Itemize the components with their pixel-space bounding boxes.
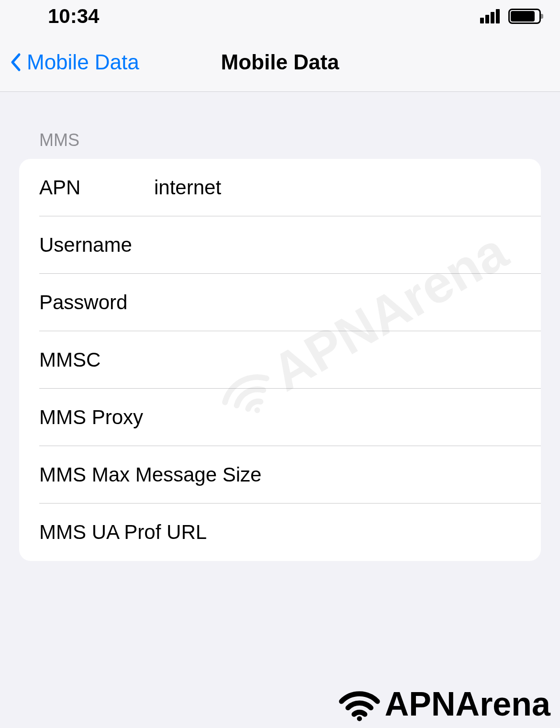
mms-ua-prof-input[interactable] <box>207 521 541 544</box>
username-input[interactable] <box>154 234 541 257</box>
status-bar: 10:34 <box>0 0 560 33</box>
wifi-icon <box>338 687 381 721</box>
settings-group-mms: APN Username Password MMSC MMS Proxy MMS… <box>19 159 541 561</box>
content-area: MMS APN Username Password MMSC MMS Proxy… <box>0 92 560 561</box>
settings-row-mms-max-size[interactable]: MMS Max Message Size <box>19 446 541 504</box>
back-button[interactable]: Mobile Data <box>0 50 139 74</box>
footer-text: APNArena <box>385 685 550 723</box>
row-label: Password <box>39 291 154 314</box>
section-header-mms: MMS <box>19 92 541 159</box>
row-label: Username <box>39 234 154 257</box>
settings-row-password[interactable]: Password <box>19 274 541 331</box>
status-indicators <box>480 9 541 24</box>
row-label: MMS Proxy <box>39 406 154 429</box>
settings-row-mms-proxy[interactable]: MMS Proxy <box>19 389 541 446</box>
chevron-left-icon <box>10 53 21 72</box>
footer-logo: APNArena <box>338 685 550 723</box>
password-input[interactable] <box>154 291 541 314</box>
back-label: Mobile Data <box>27 50 139 74</box>
mms-proxy-input[interactable] <box>154 406 541 429</box>
mms-max-size-input[interactable] <box>261 463 541 486</box>
cellular-signal-icon <box>480 9 500 23</box>
settings-row-mms-ua-prof[interactable]: MMS UA Prof URL <box>19 504 541 561</box>
battery-icon <box>508 9 541 24</box>
row-label: MMS Max Message Size <box>39 463 261 486</box>
page-title: Mobile Data <box>221 50 339 74</box>
mmsc-input[interactable] <box>154 348 541 371</box>
settings-row-mmsc[interactable]: MMSC <box>19 331 541 389</box>
svg-point-1 <box>357 716 362 721</box>
status-time: 10:34 <box>48 5 99 28</box>
apn-input[interactable] <box>154 176 541 199</box>
row-label: APN <box>39 176 154 199</box>
settings-row-apn[interactable]: APN <box>19 159 541 216</box>
navigation-bar: Mobile Data Mobile Data <box>0 33 560 92</box>
settings-row-username[interactable]: Username <box>19 216 541 274</box>
row-label: MMSC <box>39 348 154 371</box>
row-label: MMS UA Prof URL <box>39 521 207 544</box>
